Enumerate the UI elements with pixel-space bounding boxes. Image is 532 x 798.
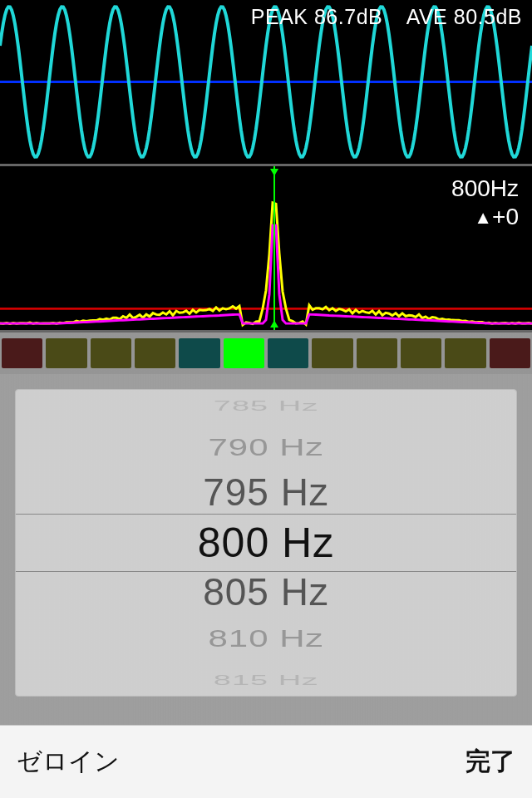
picker-item[interactable]: 805 Hz	[16, 569, 516, 617]
peak-label: PEAK	[251, 5, 308, 28]
ave-value: 80.5dB	[454, 5, 522, 28]
picker-item[interactable]: 795 Hz	[16, 469, 516, 517]
tuning-band[interactable]	[0, 332, 532, 374]
band-cell-0[interactable]	[2, 338, 42, 368]
cursor-delta: +0	[492, 204, 519, 229]
picker-item[interactable]: 815 Hz	[16, 671, 516, 688]
band-cell-8[interactable]	[357, 338, 397, 368]
band-cell-10[interactable]	[445, 338, 485, 368]
cursor-bottom-icon	[270, 320, 278, 328]
ave-label: AVE	[406, 5, 448, 28]
toolbar: ゼロイン 完了	[0, 725, 532, 798]
spectrum-readout: 800Hz ▲+0	[451, 175, 519, 230]
band-cell-1[interactable]	[46, 338, 86, 368]
band-cell-2[interactable]	[91, 338, 131, 368]
band-cell-9[interactable]	[401, 338, 441, 368]
picker-item[interactable]: 785 Hz	[16, 397, 516, 414]
band-cell-7[interactable]	[312, 338, 352, 368]
cursor-frequency: 800Hz	[451, 175, 519, 203]
band-cell-11[interactable]	[490, 338, 530, 368]
done-button[interactable]: 完了	[466, 745, 515, 779]
picker-item[interactable]: 790 Hz	[16, 432, 516, 463]
band-cell-5[interactable]	[224, 338, 264, 368]
picker-item[interactable]: 810 Hz	[16, 623, 516, 654]
peak-value: 86.7dB	[314, 5, 382, 28]
zero-in-button[interactable]: ゼロイン	[17, 745, 120, 779]
band-cell-6[interactable]	[268, 338, 308, 368]
level-readout: PEAK 86.7dB AVE 80.5dB	[0, 5, 522, 29]
delta-icon: ▲	[474, 207, 492, 228]
picker-column[interactable]: 785 Hz790 Hz795 Hz800 Hz805 Hz810 Hz815 …	[16, 389, 516, 697]
band-cell-3[interactable]	[135, 338, 175, 368]
cursor-top-icon	[270, 169, 278, 176]
waveform-panel: PEAK 86.7dB AVE 80.5dB	[0, 0, 532, 166]
frequency-picker[interactable]: 785 Hz790 Hz795 Hz800 Hz805 Hz810 Hz815 …	[15, 389, 517, 697]
spectrum-panel: 800Hz ▲+0	[0, 166, 532, 332]
picker-item[interactable]: 800 Hz	[16, 517, 516, 569]
band-cell-4[interactable]	[179, 338, 219, 368]
